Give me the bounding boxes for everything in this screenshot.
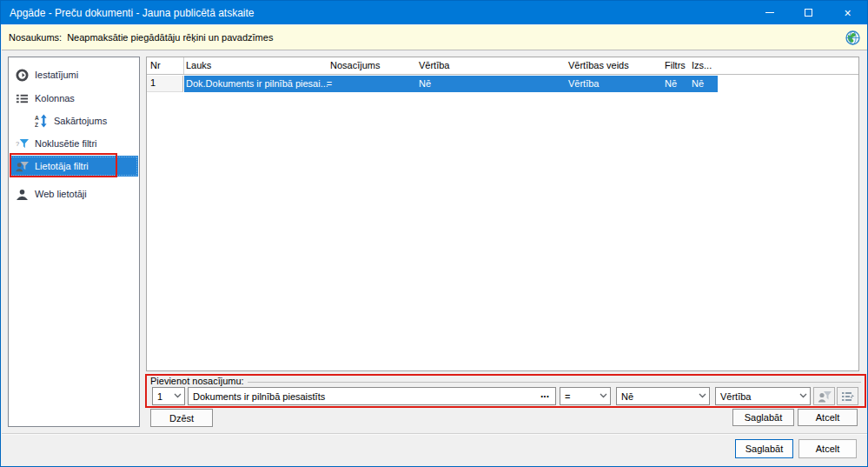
user-icon	[15, 187, 29, 201]
sidebar-item-label: Noklusētie filtri	[35, 138, 97, 149]
globe-icon	[845, 30, 860, 45]
col-header-nosacijums[interactable]: Nosacījums	[330, 60, 380, 70]
row-nr-cell: 1	[147, 76, 183, 92]
maximize-button[interactable]	[789, 1, 828, 24]
group-legend: Pievienot nosacījumu:	[150, 376, 248, 386]
col-header-lauks[interactable]: Lauks	[186, 60, 211, 70]
close-button[interactable]: ×	[828, 1, 867, 24]
condition-field-input[interactable]: Dokuments ir pilnībā piesaistīts ...	[188, 387, 556, 405]
cancel-button[interactable]: Atcelt	[798, 439, 857, 458]
name-label: Nosaukums:	[2, 32, 67, 43]
condition-field-value: Dokuments ir pilnībā piesaistīts	[193, 391, 325, 402]
chevron-down-icon	[699, 393, 706, 398]
sidebar-item-lietotaja-filtri[interactable]: Lietotāja filtri	[10, 156, 138, 177]
col-header-nr[interactable]: Nr	[150, 60, 161, 70]
col-header-vertibas-veids[interactable]: Vērtības veids	[568, 60, 629, 70]
minimize-icon	[765, 12, 774, 13]
browse-button[interactable]: ...	[535, 389, 554, 404]
svg-text:Z: Z	[35, 122, 38, 128]
cell-izs: Nē	[692, 78, 704, 89]
list-arrow-icon	[841, 390, 855, 404]
gear-icon	[15, 68, 29, 82]
sidebar-item-noklusetie-filtri[interactable]: ? Noklusētie filtri	[10, 133, 138, 154]
globe-button[interactable]	[842, 28, 863, 47]
chevron-down-icon	[174, 393, 182, 398]
condition-index-dropdown[interactable]: 1	[152, 387, 185, 405]
sidebar-item-sakartojums[interactable]: A Z Sakārtojums	[10, 110, 138, 131]
cell-filtrs: Nē	[665, 78, 677, 89]
svg-text:A: A	[35, 115, 39, 121]
sidebar-item-label: Lietotāja filtri	[35, 161, 89, 171]
sort-az-icon: A Z	[34, 114, 48, 128]
save-filter-button[interactable]: Saglabāt	[732, 409, 794, 426]
window-title: Apgāde - Preču dokumenti - Jauna publicē…	[1, 7, 255, 19]
cancel-filter-button[interactable]: Atcelt	[798, 409, 858, 426]
col-header-izs[interactable]: Izs...	[692, 60, 712, 70]
app-window: Apgāde - Preču dokumenti - Jauna publicē…	[0, 0, 868, 467]
bottom-divider	[2, 433, 868, 435]
sidebar-item-kolonnas[interactable]: Kolonnas	[10, 88, 138, 109]
cell-vertiba: Nē	[419, 78, 431, 89]
cell-lauks: Dok.Dokuments ir pilnībā piesai...	[186, 78, 328, 89]
save-button[interactable]: Saglabāt	[735, 439, 793, 458]
sidebar-item-iestatijumi[interactable]: Iestatījumi	[10, 64, 138, 85]
close-icon: ×	[844, 7, 851, 19]
condition-index-value: 1	[157, 391, 162, 402]
sidebar-item-label: Iestatījumi	[35, 70, 78, 80]
maximize-icon	[805, 9, 812, 17]
cell-vertibas-veids: Vērtība	[568, 78, 599, 89]
sidebar-item-label: Kolonnas	[35, 93, 75, 103]
sidebar-item-label: Sakārtojums	[54, 116, 107, 126]
minimize-button[interactable]	[750, 1, 789, 24]
columns-icon	[15, 91, 29, 105]
value-type-value: Vērtība	[720, 391, 751, 402]
name-input[interactable]	[67, 32, 842, 43]
name-bar: Nosaukums:	[2, 25, 868, 50]
col-header-filtrs[interactable]: Filtrs	[665, 60, 686, 70]
value-value: Nē	[621, 391, 633, 402]
sidebar-item-label: Web lietotāji	[35, 189, 87, 199]
title-bar: Apgāde - Preču dokumenti - Jauna publicē…	[1, 1, 867, 24]
group-legend-row: Pievienot nosacījumu:	[150, 376, 861, 386]
operator-dropdown[interactable]: =	[560, 387, 611, 405]
sidebar: Iestatījumi Kolonnas A Z	[8, 57, 140, 427]
table-row[interactable]: 1 Dok.Dokuments ir pilnībā piesai... = N…	[147, 76, 858, 92]
cell-nosacijums: =	[316, 78, 342, 89]
filters-grid: Nr Lauks Nosacījums Vērtība Vērtības vei…	[146, 57, 859, 371]
column-divider	[183, 57, 184, 74]
svg-text:?: ?	[16, 140, 19, 148]
value-type-dropdown[interactable]: Vērtība	[715, 387, 811, 405]
column-list-button[interactable]	[837, 387, 858, 405]
add-condition-group: Pievienot nosacījumu: 1 Dokuments ir pil…	[145, 374, 866, 408]
grid-header: Nr Lauks Nosacījums Vērtība Vērtības vei…	[147, 57, 858, 75]
sidebar-item-web-lietotaji[interactable]: Web lietotāji	[10, 183, 138, 204]
user-filter-button[interactable]	[813, 387, 835, 405]
group-divider	[248, 382, 861, 383]
user-filter-icon	[15, 159, 29, 173]
default-filter-icon: ?	[15, 137, 29, 150]
user-filter-disabled-icon	[818, 390, 832, 404]
chevron-down-icon	[799, 393, 807, 398]
col-header-vertiba[interactable]: Vērtība	[419, 60, 449, 70]
value-dropdown[interactable]: Nē	[616, 387, 710, 405]
window-controls: ×	[750, 1, 867, 24]
chevron-down-icon	[600, 393, 607, 398]
delete-button[interactable]: Dzēst	[150, 409, 213, 427]
operator-value: =	[565, 391, 570, 402]
